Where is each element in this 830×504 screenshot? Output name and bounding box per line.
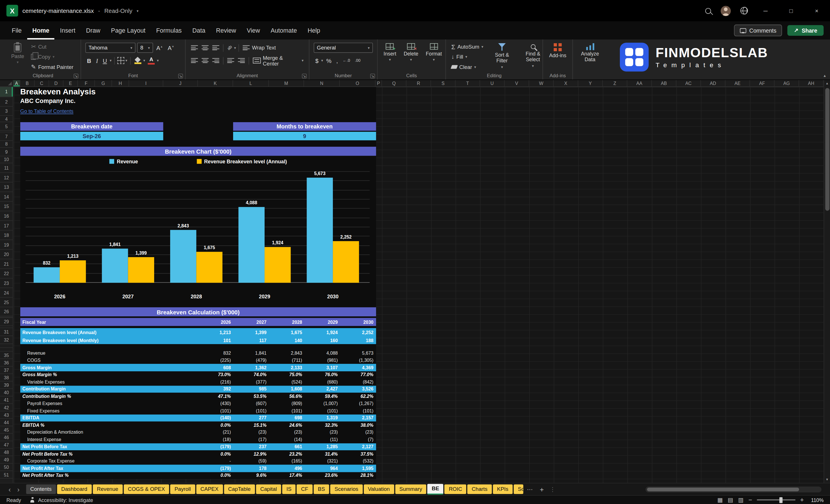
cell-value[interactable]: 2,157 [340,415,376,421]
cell-value[interactable]: 62.2% [340,393,376,399]
column-header-O[interactable]: O [340,80,376,86]
sheet-canvas[interactable]: Breakeven Analysis ABC Company Inc. Go t… [13,87,824,483]
find-select-button[interactable]: Find & Select▾ [520,42,546,71]
sheet-tab-capex[interactable]: CAPEX [196,484,223,494]
cell-value[interactable]: 28.1% [340,473,376,478]
row-header-35[interactable]: 35 [0,351,13,359]
months-to-breakeven-value[interactable]: 9 [233,132,376,140]
cell-value[interactable]: 56.6% [269,393,305,399]
column-header-S[interactable]: S [431,80,456,86]
align-center-button[interactable] [200,58,210,63]
cell-value[interactable]: (842) [340,379,376,385]
column-header-G[interactable]: G [95,80,112,86]
tab-splitter-icon[interactable]: ⋮ [547,486,558,493]
cell-value[interactable]: (1,305) [340,357,376,363]
bar-revenue-2026[interactable]: 832 [34,267,60,283]
cell-value[interactable]: 59.4% [305,393,341,399]
chevron-down-icon[interactable]: ▾ [125,59,127,62]
column-header-W[interactable]: W [529,80,554,86]
table-row-ebitda[interactable]: EBITDA %0.0%15.1%24.6%32.3%38.0% [20,421,376,429]
column-header-R[interactable]: R [407,80,431,86]
table-row-cogs[interactable]: COGS(225)(479)(711)(981)(1,305) [20,357,376,364]
cell-value[interactable]: 1,924 [305,329,341,335]
column-header-L[interactable]: L [233,80,269,86]
column-header-K[interactable]: K [198,80,233,86]
row-header-39[interactable]: 39 [0,382,13,389]
table-row-revenue[interactable]: Revenue8321,8412,8434,0885,673 [20,350,376,357]
increase-indent-button[interactable] [237,58,246,63]
font-name-combobox[interactable]: Tahoma▾ [85,43,135,53]
sheet-tab-scenarios[interactable]: Scenarios [330,484,363,494]
cell-value[interactable]: 0.0% [198,422,234,428]
column-header-U[interactable]: U [480,80,505,86]
column-header-C[interactable]: C [35,80,49,86]
bar-revenue-2027[interactable]: 1,841 [102,249,128,283]
sheet-tab-payroll[interactable]: Payroll [170,484,195,494]
column-header-P[interactable]: P [376,80,382,86]
align-middle-button[interactable] [200,45,210,51]
accounting-format-button[interactable]: $ [314,57,320,63]
table-of-contents-link[interactable]: Go to Table of Contents [20,108,73,115]
wrap-text-button[interactable]: Wrap Text [242,43,277,52]
bar-revenue-breakeven-level-annual-2026[interactable]: 1,213 [60,260,86,283]
comments-button[interactable]: Comments [734,25,782,36]
paste-button[interactable]: Paste ▾ [10,42,26,71]
column-header-AB[interactable]: AB [652,80,676,86]
autosum-button[interactable]: ΣAutoSum▾ [450,42,484,51]
cell-value[interactable]: 117 [234,338,269,343]
cell-value[interactable]: (14) [269,437,305,442]
row-header-23[interactable]: 23 [0,279,13,288]
cell-value[interactable]: (524) [269,379,305,385]
copy-button[interactable]: Copy▾ [30,52,74,62]
row-header-25[interactable]: 25 [0,298,13,308]
row-header-7[interactable]: 7 [0,132,13,141]
row-header-1[interactable]: 1 [0,87,13,97]
cell-value[interactable]: (59) [234,459,269,464]
sheet-tab-charts[interactable]: Charts [467,484,492,494]
orientation-button[interactable]: ab [226,45,233,51]
bar-revenue-breakeven-level-annual-2030[interactable]: 2,252 [333,241,359,283]
row-header-3[interactable]: 3 [0,107,13,116]
column-header-AD[interactable]: AD [701,80,726,86]
menu-view[interactable]: View [242,22,265,39]
cell-value[interactable]: 23.2% [269,451,305,456]
row-header-36[interactable]: 36 [0,359,13,367]
cell-value[interactable]: 140 [269,338,305,343]
cell-value[interactable]: 101 [198,338,234,343]
chevron-down-icon[interactable]: ▾ [321,59,323,62]
cell-value[interactable]: (23) [305,430,341,435]
table-row-interest-expense[interactable]: Interest Expense(18)(17)(14)(11)(7) [20,436,376,443]
cell-value[interactable]: 1,841 [234,350,269,356]
clear-button[interactable]: Clear▾ [450,62,484,71]
chevron-down-icon[interactable]: ▾ [137,9,139,12]
column-header-Y[interactable]: Y [578,80,603,86]
underline-button[interactable]: U [101,57,109,63]
column-header-T[interactable]: T [456,80,480,86]
increase-decimal-button[interactable]: ←.0 [341,58,352,63]
bar-revenue-2028[interactable]: 2,843 [170,230,196,283]
font-dialog-launcher-icon[interactable]: ↘ [178,73,183,78]
table-row-revenue-breakeven-level-annual[interactable]: Revenue Breakeven level (Annual)1,2131,3… [20,328,376,336]
cell-value[interactable]: 1,362 [234,365,269,370]
cell-value[interactable]: 15.1% [234,422,269,428]
alignment-dialog-launcher-icon[interactable]: ↘ [302,73,307,78]
cell-value[interactable]: (430) [198,401,234,406]
scroll-down-icon[interactable]: ▼ [825,476,829,483]
cell-value[interactable]: (101) [234,408,269,413]
cell-value[interactable]: 698 [269,415,305,421]
format-cells-button[interactable]: Format▾ [424,42,443,62]
table-row-revenue-breakeven-level-monthly[interactable]: Revenue Breakeven level (Monthly)1011171… [20,336,376,344]
cell-value[interactable]: 32.3% [305,422,341,428]
row-header-8[interactable]: 8 [0,141,13,148]
align-right-button[interactable] [211,58,221,63]
tab-scroll-right-icon[interactable]: › [14,486,23,493]
cell-value[interactable]: 4,088 [305,350,341,356]
column-header-N[interactable]: N [304,80,340,86]
avatar[interactable] [721,6,731,16]
chevron-down-icon[interactable]: ▾ [143,59,145,62]
cell-value[interactable]: (1,267) [340,401,376,406]
row-header-13[interactable]: 13 [0,183,13,192]
row-header-44[interactable]: 44 [0,419,13,426]
sheet-tab-be[interactable]: BE [427,484,444,495]
table-row-fixed-expenses[interactable]: Fixed Expenses(101)(101)(101)(101)(101) [20,407,376,414]
